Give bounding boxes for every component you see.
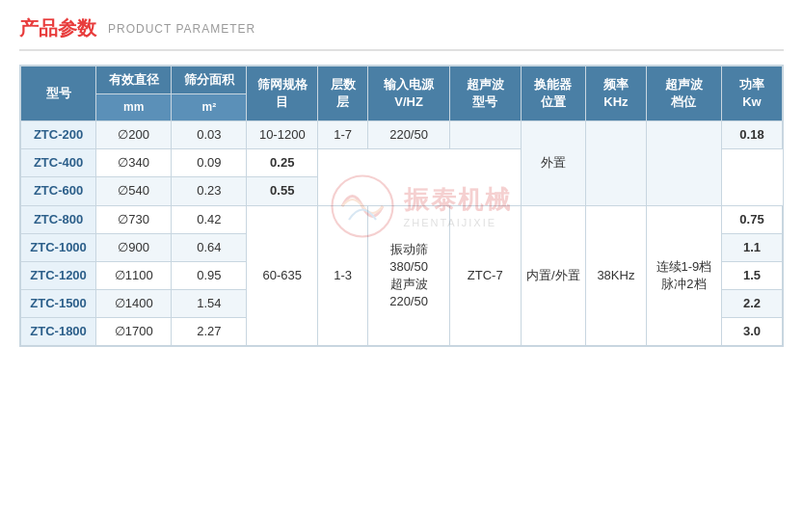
cell-layers: 1-7 <box>318 120 368 148</box>
cell-power: 0.18 <box>721 120 782 148</box>
cell-layers: 1-3 <box>318 205 368 346</box>
cell-model: ZTC-600 <box>21 177 96 205</box>
th-diameter-unit: mm <box>96 94 172 121</box>
cell-power: 1.5 <box>721 261 782 289</box>
cell-power: 0.55 <box>247 177 318 205</box>
product-table: 型号 有效直径 筛分面积 筛网规格目 层数层 输入电源V/HZ 超声波型号 换能… <box>20 66 783 346</box>
header-row-1: 型号 有效直径 筛分面积 筛网规格目 层数层 输入电源V/HZ 超声波型号 换能… <box>21 66 783 94</box>
product-table-wrapper: 振泰机械 ZHENTAIJIXIE 型号 有效直径 筛分面积 筛网规格目 层数层… <box>19 65 784 347</box>
th-area-unit: m² <box>172 94 247 121</box>
table-row: ZTC-200∅2000.0310-12001-7220/50外置0.18 <box>21 120 783 148</box>
cell-model: ZTC-1800 <box>21 318 96 346</box>
cell-power: 1.1 <box>721 233 782 261</box>
cell-diameter: ∅340 <box>96 149 172 177</box>
cell-position: 内置/外置 <box>521 205 585 346</box>
cell-model: ZTC-400 <box>21 149 96 177</box>
page-title-zh: 产品参数 <box>19 15 96 41</box>
cell-area: 1.54 <box>172 290 247 318</box>
cell-level <box>646 120 721 205</box>
th-mesh: 筛网规格目 <box>247 66 318 121</box>
cell-area: 2.27 <box>172 318 247 346</box>
cell-diameter: ∅1100 <box>96 261 172 289</box>
cell-model: ZTC-1500 <box>21 290 96 318</box>
cell-freq: 38KHz <box>585 205 646 346</box>
cell-mesh: 10-1200 <box>247 120 318 148</box>
cell-position: 外置 <box>521 120 585 205</box>
cell-area: 0.64 <box>172 233 247 261</box>
cell-area: 0.95 <box>172 261 247 289</box>
th-level: 超声波档位 <box>646 66 721 121</box>
cell-area: 0.42 <box>172 205 247 233</box>
th-area: 筛分面积 <box>172 66 247 94</box>
cell-diameter: ∅1700 <box>96 318 172 346</box>
page-title-en: PRODUCT PARAMETER <box>108 22 255 36</box>
th-diameter: 有效直径 <box>96 66 172 94</box>
cell-diameter: ∅900 <box>96 233 172 261</box>
th-model: 型号 <box>21 66 96 121</box>
cell-diameter: ∅1400 <box>96 290 172 318</box>
table-row: ZTC-800∅7300.4260-6351-3振动筛380/50超声波220/… <box>21 205 783 233</box>
th-layers: 层数层 <box>318 66 368 121</box>
cell-transducer: ZTC-7 <box>449 205 521 346</box>
cell-transducer <box>449 120 521 148</box>
cell-diameter: ∅540 <box>96 177 172 205</box>
cell-area: 0.03 <box>172 120 247 148</box>
cell-power-input: 振动筛380/50超声波220/50 <box>368 205 450 346</box>
th-freq: 频率KHz <box>585 66 646 121</box>
cell-level: 连续1-9档脉冲2档 <box>646 205 721 346</box>
cell-power: 2.2 <box>721 290 782 318</box>
th-position: 换能器位置 <box>521 66 585 121</box>
cell-model: ZTC-200 <box>21 120 96 148</box>
cell-model: ZTC-1000 <box>21 233 96 261</box>
page-header: 产品参数 PRODUCT PARAMETER <box>19 15 784 51</box>
cell-power-input: 220/50 <box>368 120 450 148</box>
cell-area: 0.23 <box>172 177 247 205</box>
cell-power: 3.0 <box>721 318 782 346</box>
th-transducer: 超声波型号 <box>449 66 521 121</box>
cell-model: ZTC-1200 <box>21 261 96 289</box>
cell-area: 0.09 <box>172 149 247 177</box>
cell-power: 0.25 <box>247 149 318 177</box>
th-power-input: 输入电源V/HZ <box>368 66 450 121</box>
th-power: 功率Kw <box>721 66 782 121</box>
cell-power: 0.75 <box>721 205 782 233</box>
cell-diameter: ∅730 <box>96 205 172 233</box>
cell-freq <box>585 120 646 205</box>
cell-diameter: ∅200 <box>96 120 172 148</box>
cell-mesh: 60-635 <box>247 205 318 346</box>
cell-model: ZTC-800 <box>21 205 96 233</box>
table-body: ZTC-200∅2000.0310-12001-7220/50外置0.18ZTC… <box>21 120 783 346</box>
